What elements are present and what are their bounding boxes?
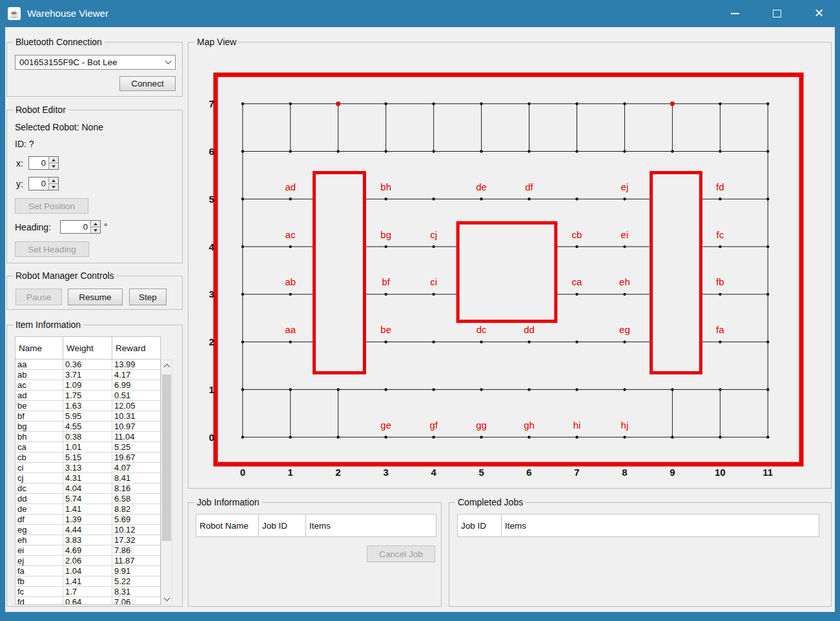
y-axis-tick: 5	[209, 194, 214, 205]
job-table: Robot Name Job ID Items	[196, 514, 436, 537]
y-spinner-down-button[interactable]	[48, 183, 58, 190]
x-axis-tick: 6	[526, 467, 531, 478]
y-spinner[interactable]: 0	[28, 177, 59, 190]
grid-node	[289, 150, 292, 152]
table-row[interactable]: be1.6312.05	[15, 401, 160, 411]
close-icon: ×	[814, 4, 823, 22]
x-spinner-up-button[interactable]	[48, 157, 58, 163]
title-bar[interactable]: ☕ Warehouse Viewer ×	[0, 0, 840, 27]
table-cell: ca	[15, 442, 63, 452]
table-row[interactable]: ci3.134.07	[15, 463, 160, 473]
combobox-dropdown-button[interactable]	[161, 56, 175, 69]
table-row[interactable]: ei4.697.86	[15, 545, 160, 556]
heading-spinner-down-button[interactable]	[90, 227, 100, 233]
y-spinner-value[interactable]: 0	[29, 178, 48, 190]
connect-button[interactable]: Connect	[119, 76, 176, 91]
table-row[interactable]: ca1.015.25	[15, 442, 160, 453]
table-row[interactable]: dd5.746.58	[15, 494, 160, 504]
grid-node	[432, 198, 435, 200]
y-spinner-up-button[interactable]	[48, 178, 58, 183]
java-app-icon: ☕	[8, 7, 21, 20]
item-table-body: aa0.3613.99ab3.714.17ac1.096.99ad1.750.5…	[15, 360, 161, 605]
grid-node	[671, 388, 673, 391]
table-cell: 9.91	[112, 566, 160, 576]
close-button[interactable]: ×	[798, 0, 840, 27]
table-cell: 10.97	[112, 422, 160, 431]
table-row[interactable]: cj4.318.41	[15, 473, 160, 484]
robot-editor-group-title: Robot Editor	[13, 105, 68, 115]
table-row[interactable]: aa0.3613.99	[15, 360, 160, 370]
table-row[interactable]: eh3.8317.32	[15, 535, 160, 545]
table-row[interactable]: fc1.78.31	[15, 587, 160, 597]
column-header-robot-name: Robot Name	[196, 514, 259, 536]
heading-spinner-value[interactable]: 0	[61, 221, 90, 233]
x-spinner-down-button[interactable]	[48, 163, 58, 169]
bluetooth-device-combobox[interactable]: 001653155F9C - Bot Lee	[15, 55, 176, 70]
table-cell: 4.55	[63, 422, 112, 431]
item-table-scrollbar[interactable]	[161, 360, 172, 605]
grid-node	[337, 150, 340, 152]
heading-spinner-up-button[interactable]	[90, 221, 100, 227]
robot-dot[interactable]	[336, 101, 340, 106]
map-canvas[interactable]: aaabacadbebfbgbhcicjcacbdcdddedfegeheiej…	[189, 43, 831, 488]
x-axis-tick: 0	[240, 467, 245, 478]
table-cell: 1.75	[63, 391, 112, 400]
minimize-button[interactable]	[714, 0, 756, 27]
job-information-group-title: Job Information	[194, 497, 262, 507]
column-header-job-id: Job ID	[458, 514, 502, 536]
table-row[interactable]: ad1.750.51	[15, 391, 160, 401]
grid-node	[241, 293, 244, 296]
scrollbar-thumb[interactable]	[162, 374, 171, 541]
grid-node	[432, 388, 435, 391]
robot-dot[interactable]	[670, 101, 675, 106]
table-row[interactable]: df1.395.69	[15, 514, 160, 525]
table-row[interactable]: dc4.048.16	[15, 484, 160, 494]
step-button[interactable]: Step	[129, 289, 167, 305]
grid-node	[432, 150, 435, 152]
pause-button: Pause	[15, 289, 62, 305]
table-row[interactable]: fa1.049.91	[15, 566, 160, 576]
table-row[interactable]: ab3.714.17	[15, 370, 160, 380]
heading-spinner[interactable]: 0	[60, 220, 101, 234]
maximize-icon	[773, 10, 781, 17]
table-row[interactable]: cb5.1519.67	[15, 453, 160, 463]
scroll-down-button[interactable]	[161, 593, 172, 604]
grid-node	[432, 436, 435, 438]
x-spinner-arrows	[48, 157, 58, 169]
table-cell: 12.05	[112, 401, 160, 411]
table-row[interactable]: fb1.415.22	[15, 576, 160, 587]
table-row[interactable]: eg4.4410.12	[15, 525, 160, 535]
grid-node	[766, 293, 769, 296]
table-row[interactable]: bf5.9510.31	[15, 411, 160, 422]
table-row[interactable]: ac1.096.99	[15, 380, 160, 391]
grid-node	[719, 436, 721, 438]
column-header-items: Items	[306, 514, 436, 536]
map-item-label: df	[525, 181, 533, 192]
table-cell: 7.06	[112, 597, 160, 605]
table-cell: aa	[15, 360, 63, 369]
scroll-up-button[interactable]	[161, 360, 172, 371]
grid-node	[432, 245, 435, 248]
arrow-down-icon	[94, 229, 97, 232]
table-row[interactable]: ej2.0611.87	[15, 556, 160, 566]
table-row[interactable]: fd0.647.06	[15, 597, 160, 605]
x-spinner[interactable]: 0	[28, 156, 59, 170]
java-cup-icon: ☕	[9, 9, 19, 19]
table-row[interactable]: bh0.3811.04	[15, 432, 160, 442]
table-row[interactable]: de1.418.82	[15, 504, 160, 514]
grid-node	[384, 103, 387, 105]
maximize-button[interactable]	[756, 0, 798, 27]
table-cell: 8.31	[112, 587, 160, 596]
resume-button[interactable]: Resume	[68, 289, 123, 305]
table-cell: ei	[15, 545, 63, 555]
x-spinner-value[interactable]: 0	[29, 157, 48, 169]
table-cell: 10.31	[112, 411, 160, 421]
table-row[interactable]: bg4.5510.97	[15, 422, 160, 432]
table-cell: 11.04	[112, 432, 160, 442]
table-cell: be	[15, 401, 63, 411]
grid-node	[289, 198, 292, 200]
x-axis-tick: 3	[384, 467, 389, 478]
grid-node	[241, 150, 244, 152]
table-cell: 8.41	[112, 473, 160, 483]
grid-node	[384, 293, 387, 296]
